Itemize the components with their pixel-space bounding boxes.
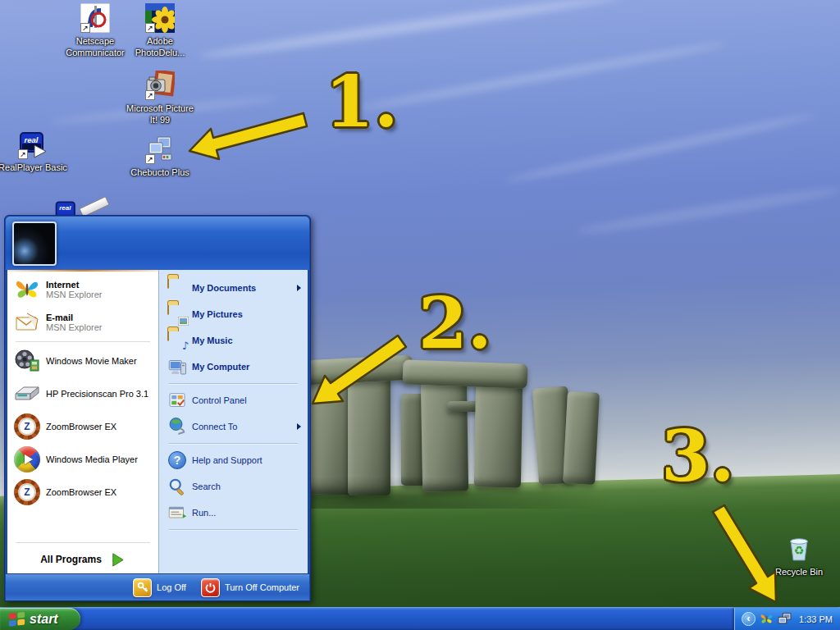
menu-item-my-music[interactable]: ♪ My Music (159, 327, 308, 354)
msn-butterfly-icon (14, 276, 40, 303)
menu-item-zoombrowser-2[interactable]: Z ZoomBrowser EX (7, 476, 158, 509)
menu-item-hp-precisionscan[interactable]: HP Precisionscan Pro 3.1 (7, 377, 158, 410)
svg-text:real: real (59, 204, 71, 212)
chebucto-plus-icon: ↗ (145, 135, 175, 164)
msn-messenger-tray-icon[interactable] (760, 612, 774, 626)
stone-lintel (403, 359, 528, 388)
svg-text:♻: ♻ (794, 544, 805, 557)
cloud-streak (575, 184, 840, 237)
menu-item-email[interactable]: E-mailMSN Explorer (7, 306, 158, 339)
media-player-icon (14, 446, 40, 472)
turn-off-label: Turn Off Computer (225, 582, 299, 592)
menu-item-label: Run... (192, 508, 216, 518)
help-icon: ? (167, 450, 187, 470)
power-icon (201, 578, 220, 597)
menu-separator (169, 529, 298, 530)
start-menu: InternetMSN Explorer E-mailMSN Explorer … (4, 215, 311, 601)
menu-item-my-pictures[interactable]: My Pictures (159, 301, 308, 327)
my-computer-icon (167, 357, 187, 377)
desktop-icon-label: RealPlayer Basic (0, 162, 67, 173)
film-reel-icon (14, 348, 40, 374)
music-folder-icon: ♪ (167, 331, 187, 350)
shortcut-arrow-icon: ↗ (18, 149, 28, 159)
menu-item-label: Internet (46, 280, 102, 290)
start-button[interactable]: start (0, 608, 80, 630)
scanner-icon (14, 381, 40, 407)
desktop-icon-label: Recycle Bin (775, 566, 823, 578)
desktop-icon-recycle-bin[interactable]: ♻ Recycle Bin (761, 534, 837, 578)
folder-icon (167, 278, 187, 298)
picture-it-icon: ↗ (145, 71, 175, 100)
menu-separator (16, 341, 150, 342)
cloud-streak (199, 0, 623, 62)
desktop-icon-label: Chebucto Plus (130, 167, 189, 178)
desktop-screen: ↗ Netscape Communicator ↗ Adobe PhotoDel… (0, 0, 840, 630)
menu-item-help-support[interactable]: ? Help and Support (159, 447, 308, 473)
desktop-icon-label: Adobe PhotoDelu... (122, 35, 198, 58)
shortcut-arrow-icon: ↗ (145, 23, 155, 33)
user-avatar (12, 221, 57, 266)
submenu-arrow-icon (297, 423, 301, 430)
menu-item-internet[interactable]: InternetMSN Explorer (7, 273, 158, 306)
menu-item-search[interactable]: Search (159, 473, 308, 500)
menu-item-media-player[interactable]: Windows Media Player (7, 443, 158, 476)
grass-shadow (304, 476, 615, 509)
system-tray: ‹ 1:33 PM (734, 608, 840, 630)
menu-item-label: Windows Movie Maker (46, 356, 137, 366)
start-button-label: start (30, 612, 58, 627)
connect-to-icon (167, 417, 187, 436)
menu-item-label: Control Panel (192, 395, 247, 405)
menu-item-run[interactable]: Run... (159, 500, 308, 526)
menu-item-label: My Documents (192, 283, 256, 293)
desktop-icon-partial-real[interactable]: real (54, 199, 82, 215)
shortcut-arrow-icon: ↗ (145, 90, 155, 100)
hide-icons-chevron[interactable]: ‹ (742, 612, 756, 626)
all-programs-label: All Programs (40, 554, 102, 565)
menu-item-connect-to[interactable]: Connect To (159, 413, 308, 440)
zoombrowser-icon: Z (14, 413, 40, 440)
netscape-icon: ↗ (80, 3, 110, 33)
desktop-icon-chebucto-plus[interactable]: ↗ Chebucto Plus (121, 135, 199, 178)
submenu-arrow-icon (297, 285, 301, 291)
desktop-icon-realplayer[interactable]: real ↗ RealPlayer Basic (0, 130, 68, 173)
menu-item-label: Windows Media Player (46, 454, 138, 464)
windows-flag-icon (8, 611, 25, 628)
desktop-icon-adobe-photodeluxe[interactable]: ↗ Adobe PhotoDelu... (122, 3, 198, 58)
stone-lintel (304, 355, 413, 386)
menu-item-label: My Music (192, 336, 233, 345)
menu-item-label: E-mail (46, 313, 102, 322)
stone-upright (421, 380, 468, 492)
taskbar-clock[interactable]: 1:33 PM (799, 614, 833, 624)
all-programs-arrow-icon (110, 552, 126, 568)
pictures-folder-icon (167, 304, 187, 324)
desktop-icon-picture-it[interactable]: ↗ Microsoft Picture It! 99 (121, 71, 199, 126)
menu-item-zoombrowser-1[interactable]: Z ZoomBrowser EX (7, 410, 158, 443)
all-programs-button[interactable]: All Programs (7, 546, 158, 573)
search-icon (167, 477, 187, 496)
realplayer-icon: real ↗ (18, 130, 48, 159)
stone-upright (474, 379, 523, 488)
photo-overlay-icon (178, 317, 189, 326)
start-menu-left-column: InternetMSN Explorer E-mailMSN Explorer … (7, 270, 158, 573)
adobe-photodeluxe-icon: ↗ (145, 3, 175, 33)
menu-item-label: ZoomBrowser EX (46, 422, 116, 431)
menu-separator (16, 542, 150, 543)
log-off-button[interactable]: Log Off (133, 578, 186, 597)
menu-item-label: ZoomBrowser EX (46, 487, 116, 497)
menu-item-control-panel[interactable]: Control Panel (159, 387, 308, 413)
network-tray-icon[interactable] (778, 612, 792, 626)
menu-item-my-documents[interactable]: My Documents (159, 275, 308, 301)
cloud-streak (503, 111, 818, 186)
menu-item-sublabel: MSN Explorer (46, 322, 102, 332)
menu-item-my-computer[interactable]: My Computer (159, 354, 308, 380)
turn-off-computer-button[interactable]: Turn Off Computer (201, 578, 299, 597)
desktop-icon-label: Microsoft Picture It! 99 (121, 103, 199, 126)
menu-item-label: My Computer (192, 362, 249, 372)
shortcut-arrow-icon: ↗ (145, 154, 155, 164)
menu-item-sublabel: MSN Explorer (46, 290, 102, 299)
menu-item-movie-maker[interactable]: Windows Movie Maker (7, 345, 158, 377)
stone-upright (563, 391, 600, 485)
log-off-key-icon (133, 578, 152, 597)
menu-separator (169, 383, 298, 384)
shortcut-arrow-icon: ↗ (80, 23, 90, 33)
